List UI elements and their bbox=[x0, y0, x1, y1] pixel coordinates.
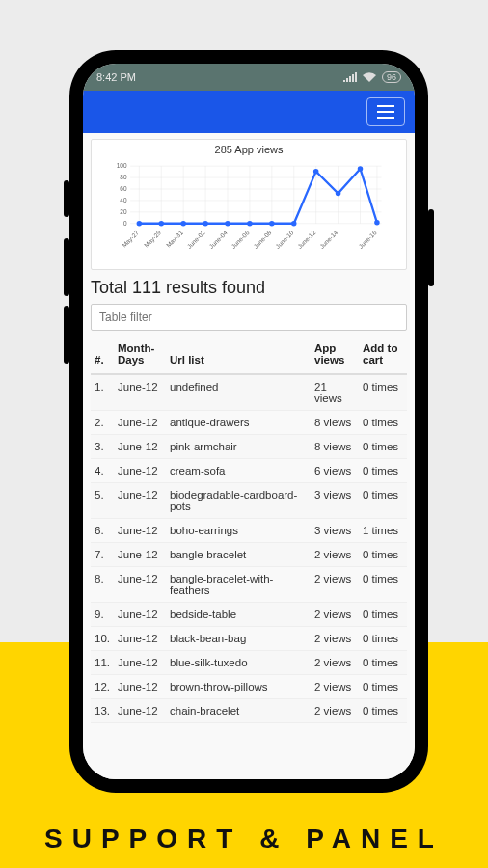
svg-point-26 bbox=[180, 221, 186, 227]
cell-cart: 0 times bbox=[359, 411, 407, 435]
svg-text:0: 0 bbox=[123, 220, 127, 227]
svg-text:June-12: June-12 bbox=[296, 229, 317, 250]
cell-views: 21 views bbox=[311, 374, 359, 411]
cell-url: bangle-bracelet bbox=[166, 543, 311, 567]
cell-views: 8 views bbox=[311, 435, 359, 459]
cell-month: June-12 bbox=[114, 435, 166, 459]
cell-views: 6 views bbox=[311, 459, 359, 483]
cell-cart: 0 times bbox=[359, 483, 407, 519]
cell-cart: 0 times bbox=[359, 374, 407, 411]
cell-cart: 0 times bbox=[359, 651, 407, 675]
svg-text:June-14: June-14 bbox=[318, 229, 339, 250]
cell-url: black-bean-bag bbox=[166, 627, 311, 651]
cell-month: June-12 bbox=[114, 603, 166, 627]
cell-month: June-12 bbox=[114, 374, 166, 411]
phone-side-button bbox=[64, 306, 69, 364]
table-row[interactable]: 7.June-12bangle-bracelet2 views0 times bbox=[91, 543, 407, 567]
svg-text:May-29: May-29 bbox=[143, 229, 163, 249]
cell-cart: 0 times bbox=[359, 603, 407, 627]
cell-views: 3 views bbox=[311, 519, 359, 543]
svg-point-32 bbox=[313, 169, 319, 175]
svg-text:June-02: June-02 bbox=[185, 229, 206, 250]
svg-text:100: 100 bbox=[117, 162, 127, 169]
svg-text:June-16: June-16 bbox=[357, 229, 378, 250]
table-row[interactable]: 5.June-12biodegradable-cardboard-pots3 v… bbox=[91, 483, 407, 519]
table-row[interactable]: 13.June-12chain-bracelet2 views0 times bbox=[91, 699, 407, 723]
table-row[interactable]: 8.June-12bangle-bracelet-with-feathers2 … bbox=[91, 567, 407, 603]
svg-point-33 bbox=[336, 191, 341, 197]
phone-side-button bbox=[428, 209, 434, 286]
menu-button[interactable] bbox=[366, 97, 405, 126]
cell-month: June-12 bbox=[114, 519, 166, 543]
table-row[interactable]: 3.June-12pink-armchair8 views0 times bbox=[91, 435, 407, 459]
table-header-row: #. Month-Days Url list App views Add to … bbox=[91, 335, 407, 374]
cell-cart: 0 times bbox=[359, 699, 407, 723]
cell-month: June-12 bbox=[114, 411, 166, 435]
col-header-num[interactable]: #. bbox=[91, 335, 114, 374]
cell-n: 10. bbox=[91, 627, 114, 651]
svg-text:20: 20 bbox=[120, 208, 127, 215]
cell-cart: 0 times bbox=[359, 543, 407, 567]
table-row[interactable]: 12.June-12brown-throw-pillows2 views0 ti… bbox=[91, 675, 407, 699]
cell-views: 2 views bbox=[311, 567, 359, 603]
col-header-month[interactable]: Month-Days bbox=[114, 335, 166, 374]
cell-url: boho-earrings bbox=[166, 519, 311, 543]
cell-views: 2 views bbox=[311, 651, 359, 675]
phone-side-button bbox=[64, 238, 69, 296]
cell-url: cream-sofa bbox=[166, 459, 311, 483]
cell-n: 1. bbox=[91, 374, 114, 411]
results-count-title: Total 111 results found bbox=[91, 278, 407, 298]
svg-point-24 bbox=[137, 221, 143, 227]
signal-icon bbox=[343, 72, 357, 82]
cell-views: 3 views bbox=[311, 483, 359, 519]
cell-url: biodegradable-cardboard-pots bbox=[166, 483, 311, 519]
table-row[interactable]: 9.June-12bedside-table2 views0 times bbox=[91, 603, 407, 627]
table-row[interactable]: 10.June-12black-bean-bag2 views0 times bbox=[91, 627, 407, 651]
table-row[interactable]: 4.June-12cream-sofa6 views0 times bbox=[91, 459, 407, 483]
cell-views: 8 views bbox=[311, 411, 359, 435]
svg-point-25 bbox=[159, 221, 165, 227]
svg-point-29 bbox=[247, 221, 253, 227]
table-row[interactable]: 6.June-12boho-earrings3 views1 times bbox=[91, 519, 407, 543]
cell-n: 7. bbox=[91, 543, 114, 567]
col-header-url[interactable]: Url list bbox=[166, 335, 311, 374]
svg-text:June-04: June-04 bbox=[207, 229, 229, 250]
cell-month: June-12 bbox=[114, 699, 166, 723]
table-row[interactable]: 2.June-12antique-drawers8 views0 times bbox=[91, 411, 407, 435]
table-filter-input[interactable] bbox=[91, 304, 407, 331]
status-bar: 8:42 PM 96 bbox=[83, 64, 415, 91]
main-content[interactable]: 285 App views 100 80 60 40 20 0 bbox=[83, 133, 415, 779]
svg-text:May-27: May-27 bbox=[121, 229, 141, 249]
svg-text:June-06: June-06 bbox=[230, 229, 251, 250]
table-row[interactable]: 11.June-12blue-silk-tuxedo2 views0 times bbox=[91, 651, 407, 675]
cell-month: June-12 bbox=[114, 567, 166, 603]
cell-views: 2 views bbox=[311, 675, 359, 699]
svg-point-30 bbox=[269, 221, 275, 227]
svg-text:June-10: June-10 bbox=[274, 229, 295, 250]
cell-month: June-12 bbox=[114, 675, 166, 699]
cell-url: blue-silk-tuxedo bbox=[166, 651, 311, 675]
cell-n: 12. bbox=[91, 675, 114, 699]
cell-n: 3. bbox=[91, 435, 114, 459]
cell-views: 2 views bbox=[311, 699, 359, 723]
table-row[interactable]: 1.June-12undefined21 views0 times bbox=[91, 374, 407, 411]
phone-side-button bbox=[64, 180, 69, 217]
battery-indicator: 96 bbox=[382, 71, 401, 83]
battery-value: 96 bbox=[387, 72, 396, 82]
cell-views: 2 views bbox=[311, 543, 359, 567]
cell-cart: 0 times bbox=[359, 459, 407, 483]
col-header-cart[interactable]: Add to cart bbox=[359, 335, 407, 374]
chart-title: 285 App views bbox=[95, 144, 402, 155]
svg-text:May-31: May-31 bbox=[165, 229, 185, 249]
svg-text:80: 80 bbox=[120, 174, 127, 180]
cell-cart: 0 times bbox=[359, 435, 407, 459]
cell-url: antique-drawers bbox=[166, 411, 311, 435]
cell-month: June-12 bbox=[114, 483, 166, 519]
cell-cart: 1 times bbox=[359, 519, 407, 543]
cell-n: 5. bbox=[91, 483, 114, 519]
cell-cart: 0 times bbox=[359, 675, 407, 699]
cell-n: 2. bbox=[91, 411, 114, 435]
footer-title: SUPPORT & PANEL bbox=[0, 824, 488, 854]
col-header-views[interactable]: App views bbox=[311, 335, 359, 374]
cell-n: 11. bbox=[91, 651, 114, 675]
